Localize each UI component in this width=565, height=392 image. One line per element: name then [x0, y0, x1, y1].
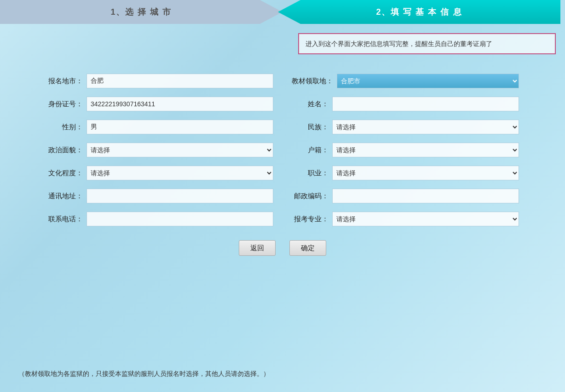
group-minzu: 民族： 请选择	[292, 120, 519, 134]
label-jiaocai: 教材领取地：	[292, 77, 333, 86]
input-gender[interactable]	[86, 120, 273, 134]
input-lianxi[interactable]	[86, 212, 273, 226]
label-lianxi: 联系电话：	[46, 215, 83, 224]
label-zhiye: 职业：	[292, 169, 329, 178]
label-minzu: 民族：	[292, 123, 329, 132]
label-huji: 户籍：	[292, 146, 329, 155]
form-row-7: 联系电话： 报考专业： 请选择	[46, 212, 519, 226]
group-wenhua: 文化程度： 请选择	[46, 166, 273, 180]
label-wenhua: 文化程度：	[46, 169, 83, 178]
form-row-5: 文化程度： 请选择 职业： 请选择	[46, 166, 519, 180]
select-zhiye[interactable]: 请选择	[332, 166, 519, 180]
group-baoming-city: 报名地市：	[46, 74, 273, 88]
form-container: 报名地市： 教材领取地： 合肥市 身份证号： 姓名： 性别： 民族：	[18, 74, 547, 256]
form-row-6: 通讯地址： 邮政编码：	[46, 189, 519, 203]
group-name: 姓名：	[292, 97, 519, 111]
group-zhiye: 职业： 请选择	[292, 166, 519, 180]
footer-note: （教材领取地为各监狱的，只接受本监狱的服刑人员报名时选择，其他人员请勿选择。）	[18, 370, 270, 378]
form-row-2: 身份证号： 姓名：	[46, 97, 519, 111]
select-huji[interactable]: 请选择	[332, 143, 519, 157]
select-wenhua[interactable]: 请选择	[86, 166, 273, 180]
label-tongxun: 通讯地址：	[46, 192, 83, 201]
select-zhuanye[interactable]: 请选择	[332, 212, 519, 226]
form-row-4: 政治面貌： 请选择 户籍： 请选择	[46, 143, 519, 157]
group-zhengzhi: 政治面貌： 请选择	[46, 143, 273, 157]
group-lianxi: 联系电话：	[46, 212, 273, 226]
select-minzu[interactable]: 请选择	[332, 120, 519, 134]
confirm-button[interactable]: 确定	[289, 240, 326, 256]
group-gender: 性别：	[46, 120, 273, 134]
label-zhuanye: 报考专业：	[292, 215, 329, 224]
select-jiaocai[interactable]: 合肥市	[337, 74, 519, 88]
group-jiaocai: 教材领取地： 合肥市	[292, 74, 519, 88]
notice-text: 进入到这个界面大家把信息填写完整，提醒生员自己的董考证扇了	[306, 40, 492, 47]
label-name: 姓名：	[292, 100, 329, 109]
label-youzheng: 邮政编码：	[292, 192, 329, 201]
group-tongxun: 通讯地址：	[46, 189, 273, 203]
step2-text: 2、填 写 基 本 信 息	[376, 6, 462, 17]
input-name[interactable]	[332, 97, 519, 111]
input-idcard[interactable]	[86, 97, 273, 111]
back-button[interactable]: 返回	[239, 240, 276, 256]
label-zhengzhi: 政治面貌：	[46, 146, 83, 155]
notice-box: 进入到这个界面大家把信息填写完整，提醒生员自己的董考证扇了	[298, 33, 556, 54]
button-row: 返回 确定	[46, 240, 519, 256]
input-baoming-city[interactable]	[86, 74, 273, 88]
footer-note-text: （教材领取地为各监狱的，只接受本监狱的服刑人员报名时选择，其他人员请勿选择。）	[18, 370, 270, 377]
select-zhengzhi[interactable]: 请选择	[86, 143, 273, 157]
group-huji: 户籍： 请选择	[292, 143, 519, 157]
form-row-1: 报名地市： 教材领取地： 合肥市	[46, 74, 519, 88]
group-youzheng: 邮政编码：	[292, 189, 519, 203]
step1-text: 1、选 择 城 市	[110, 6, 172, 17]
step1-label: 1、选 择 城 市	[0, 0, 282, 24]
label-baoming-city: 报名地市：	[46, 77, 83, 86]
group-idcard: 身份证号：	[46, 97, 273, 111]
input-tongxun[interactable]	[86, 189, 273, 203]
label-gender: 性别：	[46, 123, 83, 132]
form-row-3: 性别： 民族： 请选择	[46, 120, 519, 134]
group-zhuanye: 报考专业： 请选择	[292, 212, 519, 226]
step2-label: 2、填 写 基 本 信 息	[278, 0, 560, 24]
input-youzheng[interactable]	[332, 189, 519, 203]
label-idcard: 身份证号：	[46, 100, 83, 109]
